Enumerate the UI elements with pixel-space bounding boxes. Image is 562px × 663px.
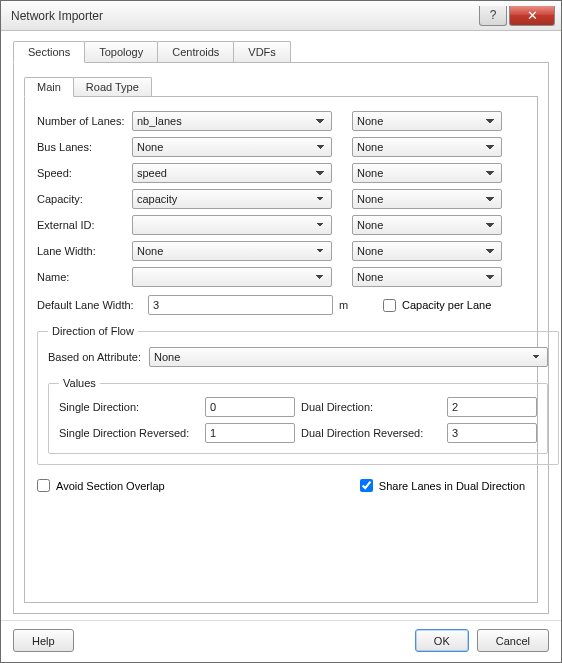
values-legend: Values: [59, 377, 100, 389]
window-title: Network Importer: [11, 9, 479, 23]
lane-width-primary-select[interactable]: None: [132, 241, 332, 261]
default-lane-width-row: Default Lane Width: m Capacity per Lane: [37, 295, 525, 315]
name-secondary-select[interactable]: None: [352, 267, 502, 287]
dual-direction-input[interactable]: [447, 397, 537, 417]
label-dual-direction: Dual Direction:: [301, 401, 441, 413]
label-bus-lanes: Bus Lanes:: [37, 141, 132, 153]
direction-of-flow-legend: Direction of Flow: [48, 325, 138, 337]
close-icon: ✕: [527, 8, 538, 23]
help-icon: ?: [490, 8, 497, 22]
values-grid: Single Direction: Dual Direction: Single…: [59, 397, 537, 443]
dialog-window: Network Importer ? ✕ Sections Topology C…: [0, 0, 562, 663]
label-based-on-attribute: Based on Attribute:: [48, 351, 141, 363]
subtab-main-content: Number of Lanes: nb_lanes None Bus Lanes…: [24, 97, 538, 603]
label-speed: Speed:: [37, 167, 132, 179]
subtab-road-type[interactable]: Road Type: [73, 77, 152, 96]
dual-direction-reversed-input[interactable]: [447, 423, 537, 443]
values-group: Values Single Direction: Dual Direction:…: [48, 377, 548, 454]
lane-width-secondary-select[interactable]: None: [352, 241, 502, 261]
name-primary-select[interactable]: [132, 267, 332, 287]
subtab-main[interactable]: Main: [24, 77, 74, 97]
unit-m: m: [339, 299, 353, 311]
label-external-id: External ID:: [37, 219, 132, 231]
speed-secondary-select[interactable]: None: [352, 163, 502, 183]
single-direction-input[interactable]: [205, 397, 295, 417]
label-default-lane-width: Default Lane Width:: [37, 299, 142, 311]
tab-vdfs[interactable]: VDFs: [233, 41, 291, 62]
based-on-attribute-row: Based on Attribute: None: [48, 347, 548, 367]
ok-button[interactable]: OK: [415, 629, 469, 652]
based-on-attribute-select[interactable]: None: [149, 347, 548, 367]
tabbar-main: Sections Topology Centroids VDFs: [13, 41, 549, 63]
bus-lanes-secondary-select[interactable]: None: [352, 137, 502, 157]
tab-topology[interactable]: Topology: [84, 41, 158, 62]
help-button[interactable]: Help: [13, 629, 74, 652]
speed-primary-select[interactable]: speed: [132, 163, 332, 183]
share-lanes-wrap[interactable]: Share Lanes in Dual Direction: [360, 479, 525, 492]
label-name: Name:: [37, 271, 132, 283]
tab-sections[interactable]: Sections: [13, 41, 85, 63]
capacity-per-lane-label: Capacity per Lane: [402, 299, 491, 311]
direction-of-flow-group: Direction of Flow Based on Attribute: No…: [37, 325, 559, 465]
tabcontent-sections: Main Road Type Number of Lanes: nb_lanes…: [13, 63, 549, 614]
share-lanes-checkbox[interactable]: [360, 479, 373, 492]
titlebar-help-button[interactable]: ?: [479, 6, 507, 26]
tab-centroids[interactable]: Centroids: [157, 41, 234, 62]
bottom-checks-row: Avoid Section Overlap Share Lanes in Dua…: [37, 479, 525, 492]
label-number-of-lanes: Number of Lanes:: [37, 115, 132, 127]
bus-lanes-primary-select[interactable]: None: [132, 137, 332, 157]
avoid-section-overlap-label: Avoid Section Overlap: [56, 480, 165, 492]
label-capacity: Capacity:: [37, 193, 132, 205]
titlebar[interactable]: Network Importer ? ✕: [1, 1, 561, 31]
dialog-body: Sections Topology Centroids VDFs Main Ro…: [1, 31, 561, 620]
default-lane-width-input[interactable]: [148, 295, 333, 315]
cancel-button[interactable]: Cancel: [477, 629, 549, 652]
tabbar-sub: Main Road Type: [24, 77, 538, 97]
single-direction-reversed-input[interactable]: [205, 423, 295, 443]
fields-grid: Number of Lanes: nb_lanes None Bus Lanes…: [37, 111, 525, 287]
capacity-per-lane-checkbox[interactable]: [383, 299, 396, 312]
titlebar-close-button[interactable]: ✕: [509, 6, 555, 26]
label-single-direction-reversed: Single Direction Reversed:: [59, 427, 199, 439]
label-dual-direction-reversed: Dual Direction Reversed:: [301, 427, 441, 439]
number-of-lanes-primary-select[interactable]: nb_lanes: [132, 111, 332, 131]
external-id-secondary-select[interactable]: None: [352, 215, 502, 235]
avoid-section-overlap-checkbox[interactable]: [37, 479, 50, 492]
capacity-per-lane-wrap[interactable]: Capacity per Lane: [383, 299, 491, 312]
label-single-direction: Single Direction:: [59, 401, 199, 413]
capacity-primary-select[interactable]: capacity: [132, 189, 332, 209]
number-of-lanes-secondary-select[interactable]: None: [352, 111, 502, 131]
capacity-secondary-select[interactable]: None: [352, 189, 502, 209]
external-id-primary-select[interactable]: [132, 215, 332, 235]
label-lane-width: Lane Width:: [37, 245, 132, 257]
dialog-footer: Help OK Cancel: [1, 620, 561, 662]
avoid-section-overlap-wrap[interactable]: Avoid Section Overlap: [37, 479, 165, 492]
share-lanes-label: Share Lanes in Dual Direction: [379, 480, 525, 492]
